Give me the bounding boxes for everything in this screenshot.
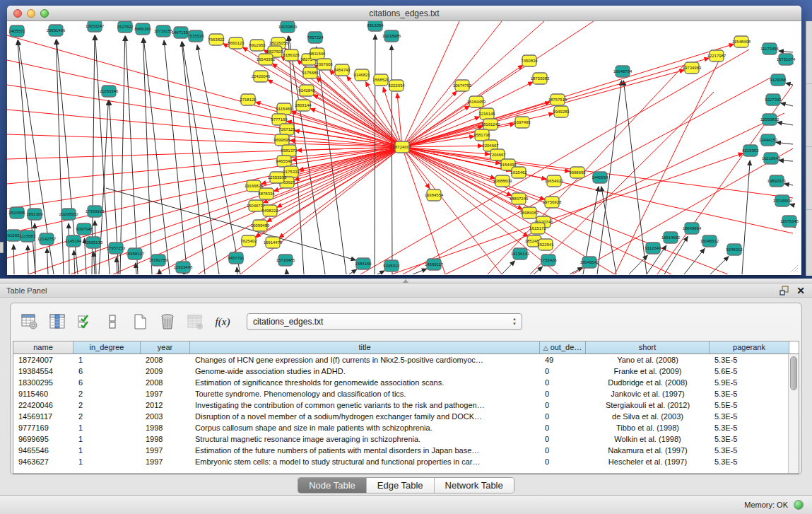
graph-node[interactable]: 7625402 [240, 235, 257, 247]
graph-node[interactable]: 8215953 [742, 145, 759, 156]
table-row[interactable]: 1456911722003Disruption of a novel membe… [13, 411, 799, 422]
table-selector-dropdown[interactable]: citations_edges.txt ▲▼ [247, 313, 522, 330]
table-settings-icon[interactable] [20, 313, 39, 331]
graph-node[interactable]: 19756928 [543, 197, 562, 208]
graph-node[interactable]: 2367608 [316, 59, 333, 70]
column-header-year[interactable]: year [141, 341, 190, 354]
graph-node[interactable]: 9581372 [281, 145, 298, 156]
graph-node[interactable]: 9115460 [276, 103, 293, 115]
graph-node[interactable]: 14569117 [425, 259, 444, 270]
function-builder-icon[interactable]: f(x) [213, 313, 232, 331]
graph-node[interactable]: 8813054 [367, 21, 384, 31]
graph-node[interactable]: 2718120 [240, 94, 257, 105]
graph-node[interactable]: 18724007 [393, 141, 412, 153]
graph-node[interactable]: 18807249 [510, 193, 529, 204]
graph-node[interactable]: 19384554 [425, 189, 444, 201]
merge-rows-icon[interactable] [103, 313, 122, 331]
graph-node[interactable]: 9146821 [353, 69, 370, 81]
graph-node[interactable]: 1584166 [355, 258, 372, 269]
graph-node[interactable]: 13505135 [84, 237, 103, 248]
resize-grip-icon[interactable] [790, 264, 799, 273]
graph-node[interactable]: 10674753 [453, 80, 472, 91]
graph-node[interactable]: 17957253 [107, 243, 126, 254]
table-row[interactable]: 2242004622012Investigating the contribut… [13, 399, 799, 411]
graph-node[interactable]: 8222034 [388, 80, 405, 91]
table-row[interactable]: 969969511998Structural magnetic resonanc… [13, 433, 799, 445]
graph-node[interactable]: 17016504 [773, 195, 792, 206]
graph-node[interactable]: 7663822 [208, 34, 225, 45]
graph-node[interactable]: 12923448 [174, 262, 193, 273]
graph-node[interactable]: 16782759 [149, 255, 168, 266]
graph-node[interactable]: 15716485 [276, 255, 295, 266]
graph-node[interactable]: 12093832 [760, 114, 779, 125]
graph-node[interactable]: 16164453 [467, 96, 486, 107]
close-panel-icon[interactable]: ✕ [796, 285, 805, 296]
graph-node[interactable]: 10688609 [493, 175, 512, 187]
split-pane-divider[interactable] [0, 279, 812, 284]
tab-node-table[interactable]: Node Table [298, 478, 367, 493]
scrollbar-thumb[interactable] [790, 356, 797, 390]
graph-node[interactable]: 12353593 [268, 172, 287, 183]
graph-node[interactable]: 9112643 [645, 243, 662, 254]
table-row[interactable]: 1872400712008Changes of HCN gene express… [13, 354, 799, 366]
graph-node[interactable]: 21053346 [100, 86, 119, 97]
graph-node[interactable]: 16033809 [278, 21, 298, 33]
delete-table-icon[interactable] [186, 313, 204, 331]
graph-node[interactable]: 14136141 [511, 248, 530, 259]
graph-node[interactable]: 11548408 [732, 36, 751, 47]
graph-node[interactable]: 9811546 [310, 48, 326, 59]
graph-node[interactable]: 19734983 [683, 62, 702, 74]
network-canvas[interactable]: 1872400776638228660123891295518226058982… [7, 21, 800, 274]
graph-node[interactable]: 15751074 [777, 54, 796, 65]
graph-node[interactable]: 9949283 [553, 106, 570, 117]
graph-node[interactable]: 22420046 [252, 71, 271, 82]
graph-node[interactable]: 18049864 [683, 223, 702, 234]
graph-node[interactable]: 16958107 [126, 248, 145, 259]
column-header-in_degree[interactable]: in_degree [73, 341, 141, 354]
graph-node[interactable]: 17359928 [86, 206, 105, 217]
graph-node[interactable]: 9227343 [765, 94, 782, 105]
graph-node[interactable]: 7450834 [521, 55, 538, 66]
graph-node[interactable]: 16914682 [661, 232, 681, 243]
column-visibility-icon[interactable] [48, 313, 66, 331]
graph-node[interactable]: 1733426 [540, 255, 557, 266]
graph-node[interactable]: 1615172 [529, 223, 546, 234]
graph-node[interactable]: 1115683 [20, 230, 36, 242]
graph-node[interactable]: 9175685 [302, 67, 319, 78]
graph-node[interactable]: 18161242 [481, 119, 500, 130]
graph-node[interactable]: 8878334 [258, 188, 275, 199]
graph-node[interactable]: 16099489 [251, 220, 270, 231]
graph-node[interactable]: 18757515 [548, 94, 567, 105]
graph-node[interactable]: 9465546 [276, 156, 293, 167]
graph-node[interactable]: 1527602 [117, 21, 134, 33]
window-titlebar[interactable]: citations_edges.txt [7, 6, 801, 21]
graph-node[interactable]: 1440934 [592, 172, 608, 183]
column-header-short[interactable]: short [586, 341, 710, 354]
graph-node[interactable]: 1697493 [514, 117, 531, 128]
graph-node[interactable]: 1891309 [26, 209, 43, 220]
graph-node[interactable]: 16648784 [613, 66, 632, 77]
graph-node[interactable]: 16046512 [700, 235, 719, 247]
graph-node[interactable]: 11675345 [780, 216, 799, 227]
table-row[interactable]: 1938455462009Genome-wide association stu… [13, 366, 799, 377]
table-row[interactable]: 1830029562008Estimation of significance … [13, 377, 799, 388]
float-window-icon[interactable] [779, 286, 789, 296]
column-header-pagerank[interactable]: pagerank [710, 341, 789, 354]
column-header-title[interactable]: title [190, 341, 540, 354]
graph-node[interactable]: 19654923 [545, 175, 564, 187]
graph-node[interactable]: 9581736 [473, 129, 490, 141]
graph-node[interactable]: 8660123 [228, 37, 245, 49]
graph-node[interactable]: 7515526 [187, 30, 204, 42]
graph-node[interactable]: 9699695 [273, 134, 290, 146]
graph-node[interactable]: 20691406 [47, 25, 66, 36]
graph-node[interactable]: 1015462 [510, 167, 527, 178]
graph-node[interactable]: 8454743 [334, 64, 351, 76]
tab-edge-table[interactable]: Edge Table [367, 478, 435, 493]
graph-node[interactable]: 8912955 [249, 40, 266, 51]
graph-node[interactable]: 1145194 [66, 235, 83, 247]
column-header-name[interactable]: name [13, 341, 73, 354]
split-grip-icon[interactable] [403, 279, 408, 283]
graph-node[interactable]: 18049542 [580, 257, 599, 268]
graph-node[interactable]: 7857224 [307, 32, 324, 43]
graph-node[interactable]: 16210643 [762, 153, 781, 164]
